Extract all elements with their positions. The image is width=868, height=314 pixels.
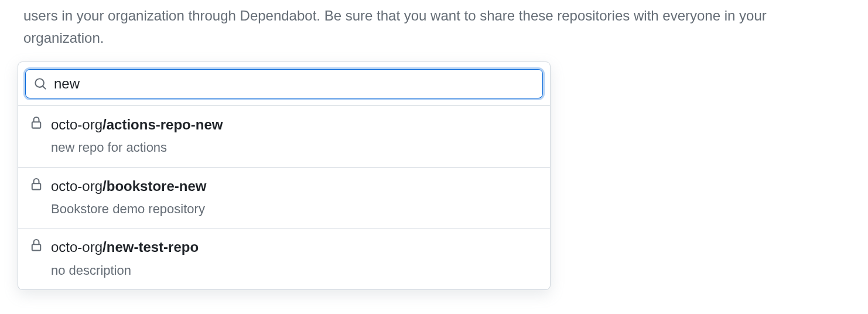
repository-search-dropdown: octo-org/actions-repo-new new repo for a… — [18, 62, 551, 290]
result-item[interactable]: octo-org/bookstore-new Bookstore demo re… — [18, 168, 550, 229]
result-repo: new-test-repo — [107, 239, 199, 255]
lock-icon — [30, 239, 43, 252]
search-box[interactable] — [25, 69, 543, 98]
results-list: octo-org/actions-repo-new new repo for a… — [18, 105, 550, 289]
search-input[interactable] — [54, 76, 534, 92]
result-description: Bookstore demo repository — [51, 201, 538, 218]
lock-icon — [30, 178, 43, 191]
result-repo: actions-repo-new — [107, 117, 223, 132]
result-title: octo-org/bookstore-new — [51, 177, 538, 195]
result-item[interactable]: octo-org/actions-repo-new new repo for a… — [18, 106, 550, 168]
lock-icon — [30, 117, 43, 129]
result-description: no description — [51, 262, 538, 279]
result-repo: bookstore-new — [107, 178, 207, 194]
result-org: octo-org — [51, 117, 102, 132]
description-text: users in your organization through Depen… — [0, 0, 868, 62]
result-org: octo-org — [51, 239, 102, 255]
search-icon — [34, 77, 47, 90]
result-org: octo-org — [51, 178, 102, 194]
result-item[interactable]: octo-org/new-test-repo no description — [18, 228, 550, 289]
result-title: octo-org/new-test-repo — [51, 238, 538, 256]
result-content: octo-org/actions-repo-new new repo for a… — [51, 115, 538, 156]
result-description: new repo for actions — [51, 139, 538, 156]
search-wrapper — [18, 69, 550, 105]
result-content: octo-org/new-test-repo no description — [51, 238, 538, 279]
result-content: octo-org/bookstore-new Bookstore demo re… — [51, 177, 538, 218]
result-title: octo-org/actions-repo-new — [51, 115, 538, 134]
